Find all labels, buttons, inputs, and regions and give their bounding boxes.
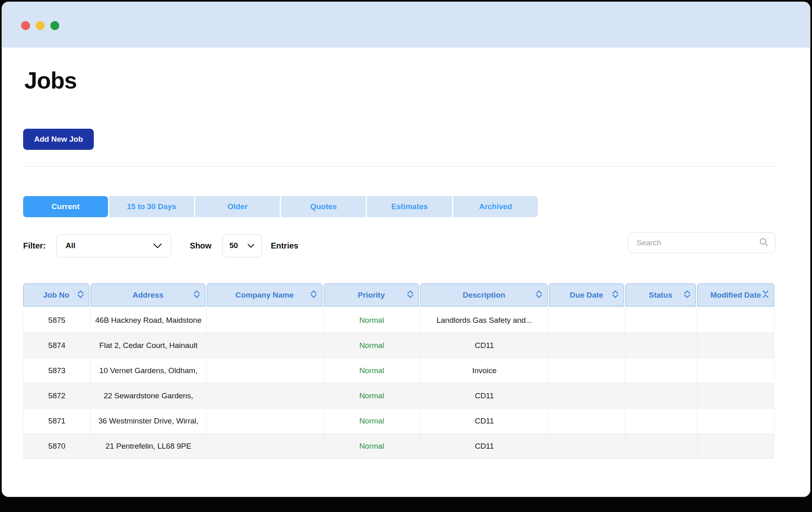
cell-modified-date	[697, 434, 774, 459]
add-new-job-button[interactable]: Add New Job	[23, 129, 94, 150]
cell-status	[625, 434, 697, 459]
cell-status	[625, 383, 697, 408]
cell-due-date	[549, 308, 625, 333]
cell-modified-date	[697, 408, 774, 434]
jobs-table-header: Job NoAddressCompany NamePriorityDescrip…	[23, 283, 774, 307]
minimize-window-button[interactable]	[36, 21, 45, 30]
cell-description: Landlords Gas Safety and...	[420, 308, 549, 333]
cell-address: 21 Pentrefelin, LL68 9PE	[91, 434, 207, 459]
cell-address: 46B Hackney Road, Maidstone	[91, 308, 207, 333]
cell-description: CD11	[420, 383, 549, 408]
cell-address: Flat 2, Cedar Court, Hainault	[91, 333, 207, 358]
show-entries-dropdown[interactable]: 50	[222, 234, 262, 257]
table-row-job-5872[interactable]: 587222 Sewardstone Gardens,NormalCD11	[23, 383, 774, 408]
jobs-table-body: 587546B Hackney Road, MaidstoneNormalLan…	[23, 308, 774, 459]
cell-job-no: 5875	[23, 308, 91, 333]
cell-company-name	[207, 383, 324, 408]
sort-icon[interactable]	[407, 290, 413, 300]
cell-due-date	[549, 383, 625, 408]
tab-archived[interactable]: Archived	[453, 196, 538, 217]
table-row-job-5870[interactable]: 587021 Pentrefelin, LL68 9PENormalCD11	[23, 434, 774, 459]
column-header-company-name[interactable]: Company Name	[207, 283, 322, 307]
cell-priority: Normal	[324, 333, 420, 358]
sort-icon[interactable]	[194, 290, 200, 300]
filter-dropdown-value: All	[66, 241, 76, 250]
entries-label: Entries	[271, 241, 298, 251]
cell-modified-date	[697, 308, 774, 333]
show-label: Show	[190, 241, 212, 251]
sort-icon[interactable]	[311, 290, 317, 300]
tab-quotes[interactable]: Quotes	[281, 196, 366, 217]
search-input[interactable]	[637, 238, 759, 247]
cell-company-name	[207, 333, 324, 358]
cell-job-no: 5874	[23, 333, 91, 358]
table-row-job-5871[interactable]: 587136 Westminster Drive, Wirral,NormalC…	[23, 408, 774, 434]
tab-estimates[interactable]: Estimates	[367, 196, 452, 217]
table-row-job-5874[interactable]: 5874Flat 2, Cedar Court, HainaultNormalC…	[23, 333, 774, 358]
traffic-lights	[21, 21, 59, 30]
column-header-address[interactable]: Address	[91, 283, 205, 307]
tab-current[interactable]: Current	[23, 196, 108, 217]
cell-due-date	[549, 408, 625, 434]
cell-description: CD11	[420, 408, 549, 434]
column-label: Due Date	[570, 290, 603, 300]
column-header-modified-date[interactable]: Modified Date	[697, 283, 774, 307]
cell-company-name	[207, 358, 324, 383]
tab-15-to-30-days[interactable]: 15 to 30 Days	[109, 196, 194, 217]
cell-company-name	[207, 308, 324, 333]
column-label: Modified Date	[710, 290, 761, 300]
cell-company-name	[207, 408, 324, 434]
table-row-job-5875[interactable]: 587546B Hackney Road, MaidstoneNormalLan…	[23, 308, 774, 333]
cell-priority: Normal	[324, 434, 420, 459]
cell-due-date	[549, 333, 625, 358]
app-window: Jobs Add New Job Current15 to 30 DaysOld…	[2, 2, 810, 497]
cell-address: 10 Vernet Gardens, Oldham,	[91, 358, 207, 383]
cell-description: CD11	[420, 333, 549, 358]
window-titlebar	[2, 2, 810, 48]
cell-priority: Normal	[324, 383, 420, 408]
sort-icon[interactable]	[612, 290, 618, 300]
column-label: Status	[649, 290, 672, 300]
cell-modified-date	[697, 358, 774, 383]
cell-job-no: 5871	[23, 408, 91, 434]
column-header-status[interactable]: Status	[625, 283, 696, 307]
sort-icon[interactable]	[78, 290, 84, 300]
search-box	[628, 232, 775, 253]
table-row-job-5873[interactable]: 587310 Vernet Gardens, Oldham,NormalInvo…	[23, 358, 774, 383]
cell-priority: Normal	[324, 358, 420, 383]
cell-address: 36 Westminster Drive, Wirral,	[91, 408, 207, 434]
cell-address: 22 Sewardstone Gardens,	[91, 383, 207, 408]
column-header-job-no[interactable]: Job No	[23, 283, 89, 307]
cell-company-name	[207, 434, 324, 459]
cell-due-date	[549, 434, 625, 459]
show-entries-value: 50	[229, 241, 238, 250]
close-window-button[interactable]	[21, 21, 30, 30]
cell-job-no: 5870	[23, 434, 91, 459]
filter-label: Filter:	[23, 241, 46, 251]
page-title: Jobs	[24, 67, 77, 94]
column-header-description[interactable]: Description	[420, 283, 548, 307]
cell-status	[625, 308, 697, 333]
chevron-down-icon	[247, 244, 255, 248]
zoom-window-button[interactable]	[50, 21, 59, 30]
cell-priority: Normal	[324, 408, 420, 434]
sort-icon[interactable]	[536, 290, 542, 300]
sort-icon[interactable]	[762, 290, 769, 300]
column-label: Address	[132, 290, 163, 300]
section-divider	[23, 166, 775, 167]
cell-due-date	[549, 358, 625, 383]
column-label: Priority	[358, 290, 385, 300]
chevron-down-icon	[153, 243, 162, 248]
cell-modified-date	[697, 333, 774, 358]
tab-older[interactable]: Older	[195, 196, 280, 217]
column-label: Job No	[43, 290, 69, 300]
cell-description: CD11	[420, 434, 549, 459]
column-header-priority[interactable]: Priority	[324, 283, 419, 307]
cell-priority: Normal	[324, 308, 420, 333]
sort-icon[interactable]	[684, 290, 690, 300]
column-header-due-date[interactable]: Due Date	[549, 283, 624, 307]
column-label: Description	[463, 290, 505, 300]
tab-bar: Current15 to 30 DaysOlderQuotesEstimates…	[23, 196, 538, 217]
column-label: Company Name	[235, 290, 294, 300]
filter-dropdown[interactable]: All	[56, 234, 171, 257]
